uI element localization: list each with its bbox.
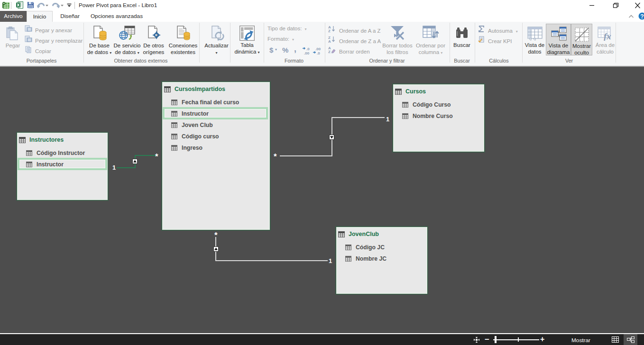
svg-text:.0: .0 bbox=[317, 51, 320, 55]
svg-text:?: ? bbox=[640, 13, 644, 20]
svg-text:Z: Z bbox=[328, 29, 331, 33]
svg-text:.00: .00 bbox=[304, 51, 310, 55]
svg-text:A: A bbox=[328, 39, 331, 43]
svg-text:fx: fx bbox=[604, 31, 611, 41]
svg-text:Z: Z bbox=[328, 50, 331, 54]
